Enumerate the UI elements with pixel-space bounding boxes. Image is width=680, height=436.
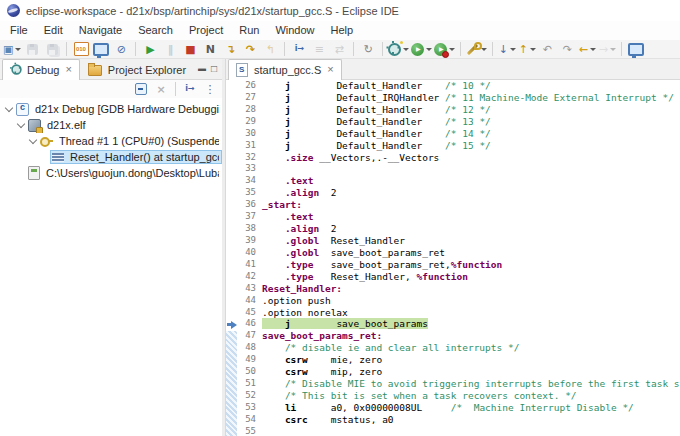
expander-chevron-icon[interactable] [28, 137, 38, 145]
line-number[interactable]: 26 [238, 80, 259, 92]
drop-to-frame-button[interactable]: ⇄ [329, 41, 349, 58]
suspend-button[interactable]: ‖ [160, 41, 180, 58]
run-button[interactable] [410, 41, 433, 58]
code-line[interactable]: 27 j Default_IRQHandler /* 11 Machine-Mo… [226, 92, 680, 104]
code-line[interactable]: 36_start: [226, 199, 680, 211]
line-number[interactable]: 43 [238, 283, 259, 295]
line-number[interactable]: 49 [238, 354, 259, 366]
profile-button[interactable] [433, 41, 456, 58]
dropdown-caret-icon[interactable] [610, 48, 616, 51]
line-number[interactable]: 40 [238, 247, 259, 259]
code-line[interactable]: 30 j Default_Handler /* 14 */ [226, 128, 680, 140]
line-number[interactable]: 47 [238, 330, 259, 342]
line-number[interactable]: 46 [238, 318, 259, 330]
close-icon[interactable] [65, 64, 71, 75]
step-over-button[interactable]: ↷ [240, 41, 260, 58]
dropdown-caret-icon[interactable] [449, 48, 455, 51]
code-line[interactable]: 44.option push [226, 295, 680, 307]
next-annotation-button[interactable]: ↓ [497, 41, 517, 58]
view-menu-button[interactable]: ⋮ [200, 81, 220, 98]
code-line[interactable]: 41 .type save_boot_params_ret,%function [226, 259, 680, 271]
dropdown-caret-icon[interactable] [481, 48, 487, 51]
previous-edit-location-button[interactable]: ↶ [537, 41, 557, 58]
resume-button[interactable]: ▶ [140, 41, 160, 58]
code-line[interactable]: 52 /* This bit is set when a task recove… [226, 390, 680, 402]
dropdown-caret-icon[interactable] [15, 48, 21, 51]
forward-button[interactable]: → [597, 41, 617, 58]
code-line[interactable]: 46 j save_boot_params [226, 318, 680, 330]
line-number[interactable]: 35 [238, 187, 259, 199]
previous-annotation-button[interactable]: ↑ [517, 41, 537, 58]
code-line[interactable]: 54 csrc mstatus, a0 [226, 414, 680, 426]
terminate-button[interactable]: ■ [180, 41, 200, 58]
menu-file[interactable]: File [2, 21, 36, 40]
dropdown-caret-icon[interactable] [530, 48, 536, 51]
minimize-icon[interactable]: ▬ [198, 65, 206, 73]
step-into-button[interactable]: ↴ [220, 41, 240, 58]
menu-edit[interactable]: Edit [36, 21, 71, 40]
line-number[interactable]: 53 [238, 402, 259, 414]
code-line[interactable]: 33 [226, 163, 680, 175]
line-number[interactable]: 37 [238, 211, 259, 223]
step-return-button[interactable]: ↰ [260, 41, 280, 58]
code-line[interactable]: 26 j Default_Handler /* 10 */ [226, 80, 680, 92]
line-number[interactable]: 30 [238, 128, 259, 140]
debug-tree-row[interactable]: d21x.elf [0, 117, 222, 133]
code-line[interactable]: 28 j Default_Handler /* 12 */ [226, 104, 680, 116]
line-number[interactable]: 31 [238, 140, 259, 152]
menu-project[interactable]: Project [181, 21, 231, 40]
dropdown-caret-icon[interactable] [403, 48, 409, 51]
line-number[interactable]: 39 [238, 235, 259, 247]
line-number[interactable]: 52 [238, 390, 259, 402]
new-button[interactable]: ▣ [2, 41, 22, 58]
dropdown-caret-icon[interactable] [426, 48, 432, 51]
code-line[interactable]: 48 /* disable ie and clear all interrupt… [226, 342, 680, 354]
line-number[interactable]: 48 [238, 342, 259, 354]
expander-chevron-icon[interactable] [16, 121, 26, 129]
binary-view-button[interactable] [71, 41, 91, 58]
disconnect-button[interactable]: N [200, 41, 220, 58]
tab-startup-gcc[interactable]: startup_gcc.S [228, 59, 342, 80]
line-number[interactable]: 54 [238, 414, 259, 426]
code-line[interactable]: 40 .globl save_boot_params_ret [226, 247, 680, 259]
code-line[interactable]: 35 .align 2 [226, 187, 680, 199]
debug-tree-row[interactable]: d21x Debug [GDB Hardware Debugging] [0, 101, 222, 117]
maximize-icon[interactable]: □ [211, 64, 217, 74]
remove-all-terminated-button[interactable]: × [151, 81, 171, 98]
debug-tree-row[interactable]: Reset_Handler() at startup_gcc.S: [0, 149, 222, 165]
use-step-filters-button[interactable]: ≡ [309, 41, 329, 58]
line-number[interactable]: 50 [238, 366, 259, 378]
save-button[interactable] [22, 41, 42, 58]
menu-help[interactable]: Help [323, 21, 362, 40]
remote-console-button[interactable] [91, 41, 111, 58]
line-number[interactable]: 51 [238, 378, 259, 390]
instruction-stepping-button[interactable]: i→ [289, 41, 309, 58]
menu-window[interactable]: Window [267, 21, 322, 40]
menu-navigate[interactable]: Navigate [71, 21, 130, 40]
dropdown-caret-icon[interactable] [510, 48, 516, 51]
tab-project-explorer[interactable]: Project Explorer [80, 59, 194, 79]
line-number[interactable]: 36 [238, 199, 259, 211]
instruction-stepping-toggle[interactable]: i→ [180, 81, 200, 98]
dropdown-caret-icon[interactable] [590, 48, 596, 51]
restart-button[interactable]: ↻ [358, 41, 378, 58]
external-tools-button[interactable] [465, 41, 488, 58]
menu-run[interactable]: Run [231, 21, 267, 40]
code-line[interactable]: 43Reset_Handler: [226, 283, 680, 295]
line-number[interactable]: 55 [238, 426, 259, 436]
line-number[interactable]: 44 [238, 295, 259, 307]
menu-search[interactable]: Search [130, 21, 181, 40]
line-number[interactable]: 32 [238, 152, 259, 164]
collapse-all-button[interactable] [131, 81, 151, 98]
line-number[interactable]: 45 [238, 307, 259, 319]
code-line[interactable]: 34 .text [226, 175, 680, 187]
code-line[interactable]: 38 .align 2 [226, 223, 680, 235]
debug-button[interactable] [387, 41, 410, 58]
inspect-button[interactable]: ⊘ [111, 41, 131, 58]
code-line[interactable]: 45.option norelax [226, 307, 680, 319]
next-edit-location-button[interactable]: ↷ [557, 41, 577, 58]
line-number[interactable]: 38 [238, 223, 259, 235]
line-number[interactable]: 33 [238, 163, 259, 175]
debug-tree-row[interactable]: C:\Users\guojun.dong\Desktop\Luban [0, 165, 222, 181]
line-number[interactable]: 29 [238, 116, 259, 128]
